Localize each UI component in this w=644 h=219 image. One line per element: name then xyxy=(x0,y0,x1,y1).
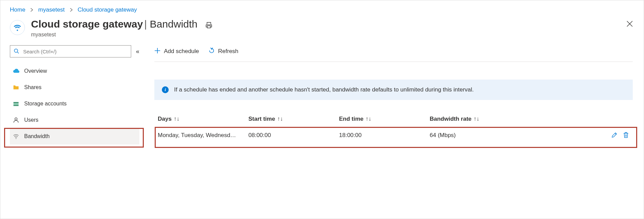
wifi-icon xyxy=(10,20,25,35)
sidebar-item-label: Shares xyxy=(24,84,42,90)
cloud-icon xyxy=(13,68,19,74)
edit-icon[interactable] xyxy=(611,132,618,139)
info-banner: i If a schedule has ended and another sc… xyxy=(154,80,633,100)
cell-start: 08:00:00 xyxy=(248,132,339,139)
search-input[interactable] xyxy=(22,48,127,55)
col-start[interactable]: Start time↑↓ xyxy=(248,116,339,122)
sidebar-item-storage[interactable]: Storage accounts xyxy=(10,96,139,112)
sidebar-item-users[interactable]: Users xyxy=(10,112,139,128)
folder-icon xyxy=(13,84,19,91)
info-text: If a schedule has ended and another sche… xyxy=(174,86,474,93)
bandwidth-table: Days↑↓ Start time↑↓ End time↑↓ Bandwidth… xyxy=(154,116,633,141)
wifi-icon xyxy=(13,133,19,140)
svg-point-5 xyxy=(15,118,17,120)
refresh-label: Refresh xyxy=(218,48,239,55)
info-icon: i xyxy=(162,86,169,93)
svg-rect-2 xyxy=(14,102,19,103)
sidebar-item-label: Users xyxy=(24,117,39,123)
chevron-right-icon xyxy=(30,6,33,13)
col-rate[interactable]: Bandwidth rate↑↓ xyxy=(430,116,599,122)
storage-icon xyxy=(13,100,19,107)
add-schedule-button[interactable]: Add schedule xyxy=(154,48,199,55)
sort-icon[interactable]: ↑↓ xyxy=(277,116,283,122)
delete-icon[interactable] xyxy=(623,132,629,139)
breadcrumb-page[interactable]: Cloud storage gateway xyxy=(78,6,137,13)
svg-point-0 xyxy=(14,49,18,52)
svg-rect-4 xyxy=(14,105,19,106)
sort-icon[interactable]: ↑↓ xyxy=(366,116,371,122)
svg-point-6 xyxy=(16,138,16,139)
sort-icon[interactable]: ↑↓ xyxy=(474,116,479,122)
breadcrumb-home[interactable]: Home xyxy=(10,6,25,13)
refresh-icon xyxy=(209,48,215,55)
page-subtitle: Bandwidth xyxy=(150,18,197,30)
sort-icon[interactable]: ↑↓ xyxy=(174,116,180,122)
sidebar-item-shares[interactable]: Shares xyxy=(10,79,139,96)
toolbar: Add schedule Refresh xyxy=(154,45,633,57)
close-button[interactable] xyxy=(627,21,633,28)
plus-icon xyxy=(154,48,160,55)
page-title: Cloud storage gateway xyxy=(31,18,143,30)
divider xyxy=(154,62,633,62)
sidebar-nav: Overview Shares Storage accounts xyxy=(10,63,139,145)
col-days[interactable]: Days↑↓ xyxy=(158,116,248,122)
cell-rate: 64 (Mbps) xyxy=(430,132,599,139)
resource-name: myasetest xyxy=(31,32,198,38)
svg-line-1 xyxy=(17,52,19,53)
sidebar-item-label: Overview xyxy=(24,68,47,74)
cell-end: 18:00:00 xyxy=(339,132,430,139)
svg-rect-3 xyxy=(14,103,19,104)
search-icon xyxy=(14,48,19,55)
table-row[interactable]: Monday, Tuesday, Wednesd… 08:00:00 18:00… xyxy=(154,130,633,141)
sidebar-item-label: Storage accounts xyxy=(24,101,67,107)
title-separator: | xyxy=(144,18,150,30)
print-icon[interactable] xyxy=(205,21,213,30)
col-end[interactable]: End time↑↓ xyxy=(339,116,430,122)
chevron-right-icon xyxy=(70,6,73,13)
sidebar-item-bandwidth[interactable]: Bandwidth xyxy=(10,128,139,145)
breadcrumb: Home myasetest Cloud storage gateway xyxy=(10,6,633,13)
collapse-sidebar-icon[interactable]: « xyxy=(136,48,139,55)
refresh-button[interactable]: Refresh xyxy=(209,48,239,55)
user-icon xyxy=(13,117,19,123)
add-schedule-label: Add schedule xyxy=(164,48,199,55)
sidebar-item-label: Bandwidth xyxy=(24,133,50,139)
cell-days: Monday, Tuesday, Wednesd… xyxy=(158,132,248,139)
sidebar-item-overview[interactable]: Overview xyxy=(10,63,139,79)
table-header-row: Days↑↓ Start time↑↓ End time↑↓ Bandwidth… xyxy=(154,116,633,122)
breadcrumb-resource[interactable]: myasetest xyxy=(38,6,64,13)
search-input-wrapper[interactable] xyxy=(10,45,131,57)
